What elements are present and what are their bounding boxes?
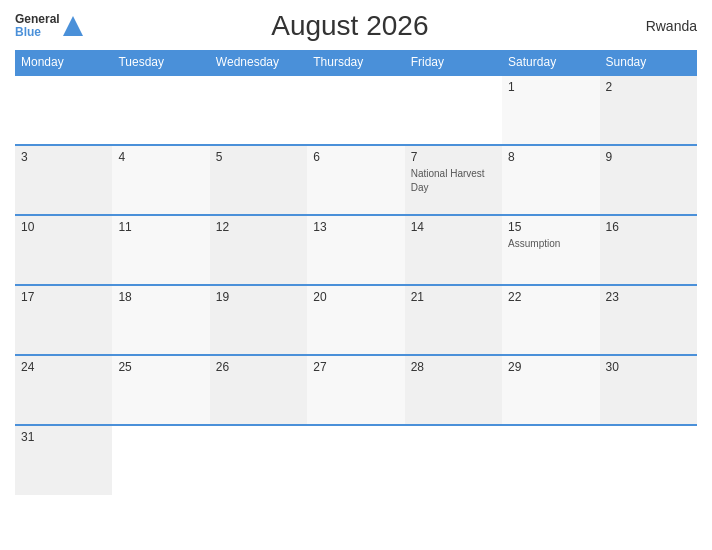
calendar-week-row: 34567National Harvest Day89 [15,145,697,215]
calendar-title: August 2026 [83,10,617,42]
day-number: 25 [118,360,203,374]
calendar-table: Monday Tuesday Wednesday Thursday Friday… [15,50,697,495]
calendar-cell: 31 [15,425,112,495]
day-number: 15 [508,220,593,234]
day-number: 16 [606,220,691,234]
header-wednesday: Wednesday [210,50,307,75]
day-number: 22 [508,290,593,304]
calendar-cell: 20 [307,285,404,355]
day-number: 1 [508,80,593,94]
day-number: 19 [216,290,301,304]
header-sunday: Sunday [600,50,697,75]
calendar-cell [210,75,307,145]
day-number: 29 [508,360,593,374]
calendar-cell [112,425,209,495]
header-monday: Monday [15,50,112,75]
day-number: 17 [21,290,106,304]
day-number: 24 [21,360,106,374]
calendar-cell: 27 [307,355,404,425]
day-number: 7 [411,150,496,164]
header-tuesday: Tuesday [112,50,209,75]
header-saturday: Saturday [502,50,599,75]
calendar-cell: 30 [600,355,697,425]
calendar-week-row: 17181920212223 [15,285,697,355]
day-number: 26 [216,360,301,374]
day-number: 21 [411,290,496,304]
logo-flag-icon [63,15,83,37]
calendar-cell: 18 [112,285,209,355]
calendar-cell: 26 [210,355,307,425]
calendar-cell [307,425,404,495]
calendar-cell: 14 [405,215,502,285]
calendar-cell [405,425,502,495]
header-thursday: Thursday [307,50,404,75]
calendar-cell: 22 [502,285,599,355]
day-number: 11 [118,220,203,234]
day-number: 3 [21,150,106,164]
calendar-cell: 13 [307,215,404,285]
logo: General Blue [15,13,83,39]
calendar-cell: 24 [15,355,112,425]
day-number: 8 [508,150,593,164]
day-number: 23 [606,290,691,304]
day-number: 30 [606,360,691,374]
holiday-label: Assumption [508,238,560,249]
svg-marker-0 [63,16,83,36]
calendar-cell: 1 [502,75,599,145]
calendar-cell: 6 [307,145,404,215]
calendar-cell: 25 [112,355,209,425]
calendar-header-row: Monday Tuesday Wednesday Thursday Friday… [15,50,697,75]
calendar-week-row: 101112131415Assumption16 [15,215,697,285]
logo-blue-text: Blue [15,26,60,39]
calendar-cell: 7National Harvest Day [405,145,502,215]
day-number: 13 [313,220,398,234]
calendar-cell [502,425,599,495]
country-label: Rwanda [617,18,697,34]
calendar-cell: 16 [600,215,697,285]
calendar-cell [600,425,697,495]
day-number: 2 [606,80,691,94]
calendar-cell: 9 [600,145,697,215]
day-number: 20 [313,290,398,304]
calendar-cell: 19 [210,285,307,355]
day-number: 6 [313,150,398,164]
calendar-week-row: 12 [15,75,697,145]
day-number: 10 [21,220,106,234]
calendar-cell: 21 [405,285,502,355]
calendar-cell: 8 [502,145,599,215]
header: General Blue August 2026 Rwanda [15,10,697,42]
calendar-cell: 28 [405,355,502,425]
day-number: 4 [118,150,203,164]
calendar-week-row: 24252627282930 [15,355,697,425]
day-number: 12 [216,220,301,234]
calendar-cell: 29 [502,355,599,425]
calendar-cell: 12 [210,215,307,285]
calendar-week-row: 31 [15,425,697,495]
calendar-page: General Blue August 2026 Rwanda Monday T… [0,0,712,550]
day-number: 14 [411,220,496,234]
day-number: 31 [21,430,106,444]
calendar-cell: 23 [600,285,697,355]
calendar-cell: 10 [15,215,112,285]
day-number: 9 [606,150,691,164]
calendar-cell: 3 [15,145,112,215]
calendar-cell: 2 [600,75,697,145]
calendar-cell [112,75,209,145]
holiday-label: National Harvest Day [411,168,485,193]
calendar-cell: 11 [112,215,209,285]
calendar-cell: 17 [15,285,112,355]
calendar-cell: 15Assumption [502,215,599,285]
day-number: 18 [118,290,203,304]
calendar-cell [210,425,307,495]
calendar-cell [405,75,502,145]
calendar-cell: 4 [112,145,209,215]
calendar-cell [307,75,404,145]
day-number: 28 [411,360,496,374]
calendar-cell [15,75,112,145]
day-number: 27 [313,360,398,374]
day-number: 5 [216,150,301,164]
calendar-cell: 5 [210,145,307,215]
header-friday: Friday [405,50,502,75]
